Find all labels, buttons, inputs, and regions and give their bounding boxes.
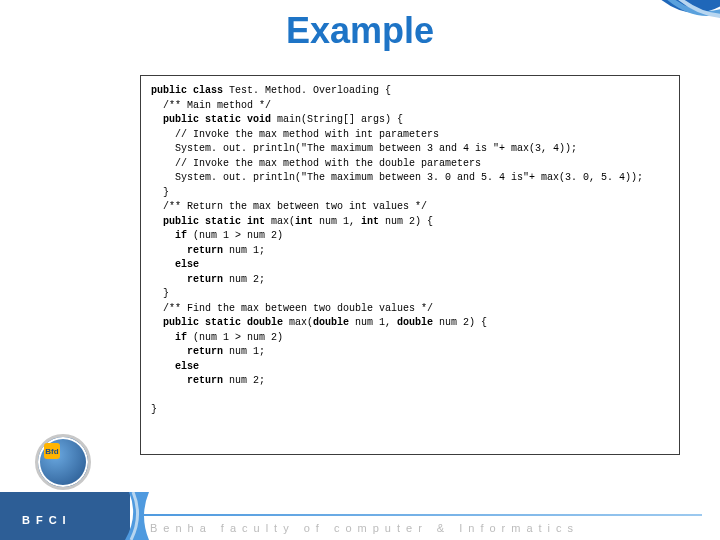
logo-badge: Bfd: [44, 443, 60, 459]
logo: Bfd: [18, 432, 108, 492]
slide: Example public class Test. Method. Overl…: [0, 0, 720, 540]
footer-rule: [142, 514, 702, 516]
footer-accent: [125, 492, 149, 540]
bfci-label: BFCI: [22, 514, 72, 526]
logo-circle: Bfd: [35, 434, 91, 490]
footer-text: Benha faculty of computer & Informatics: [150, 522, 579, 534]
slide-title: Example: [0, 10, 720, 52]
code-block: public class Test. Method. Overloading {…: [140, 75, 680, 455]
